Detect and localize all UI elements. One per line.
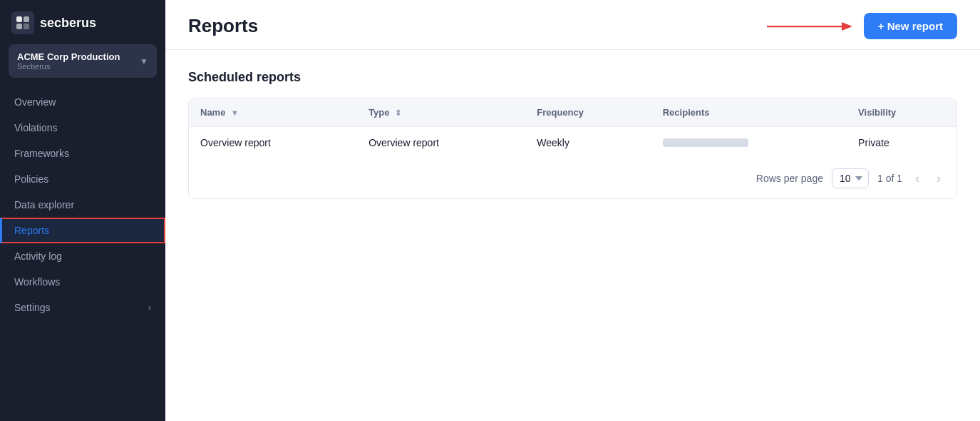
sidebar-item-label: Violations (14, 122, 57, 133)
pagination: Rows per page 10 5 25 50 1 of 1 ‹ › (189, 158, 956, 198)
next-page-button[interactable]: › (932, 170, 945, 188)
sidebar-item-label: Workflows (14, 276, 60, 288)
workspace-sub: Secberus (17, 62, 120, 71)
table-header: Name ▼ Type ⇕ Frequency Recipients Visib… (189, 98, 956, 127)
table-body: Overview report Overview report Weekly P… (189, 127, 956, 159)
table-header-row: Name ▼ Type ⇕ Frequency Recipients Visib… (189, 98, 956, 127)
svg-rect-3 (24, 24, 29, 29)
sidebar-item-label: Settings (14, 302, 51, 313)
sidebar-item-label: Policies (14, 173, 48, 185)
sidebar-item-label: Reports (14, 225, 49, 236)
cell-visibility: Private (847, 127, 956, 159)
workspace-name: ACME Corp Production (17, 51, 120, 62)
arrow-indicator (767, 15, 852, 38)
sort-icon-type: ⇕ (395, 108, 401, 118)
main-header: Reports + New report (165, 0, 980, 50)
header-right: + New report (767, 13, 957, 39)
sidebar-item-policies[interactable]: Policies (0, 166, 165, 192)
sidebar-item-settings[interactable]: Settings› (0, 295, 165, 320)
sidebar-item-label: Frameworks (14, 148, 69, 159)
section-title: Scheduled reports (188, 70, 957, 85)
sidebar-item-frameworks[interactable]: Frameworks (0, 141, 165, 166)
sidebar-item-violations[interactable]: Violations (0, 115, 165, 141)
col-header-type: Type ⇕ (357, 98, 525, 127)
new-report-button[interactable]: + New report (864, 13, 957, 39)
prev-page-button[interactable]: ‹ (911, 170, 924, 188)
sidebar-item-reports[interactable]: Reports (0, 218, 165, 243)
workspace-chevron-icon: ▼ (140, 56, 148, 66)
svg-rect-2 (16, 24, 22, 29)
cell-name: Overview report (189, 127, 357, 159)
rows-per-page-select[interactable]: 10 5 25 50 (832, 168, 869, 188)
logo: secberus (0, 0, 165, 44)
page-info: 1 of 1 (877, 173, 902, 184)
sidebar-item-label: Overview (14, 96, 56, 108)
col-header-visibility: Visibility (847, 98, 956, 127)
col-header-name: Name ▼ (189, 98, 357, 127)
svg-rect-0 (16, 16, 22, 22)
cell-recipients (651, 127, 847, 159)
sidebar-item-label: Data explorer (14, 199, 74, 210)
svg-rect-1 (24, 16, 29, 22)
table-row: Overview report Overview report Weekly P… (189, 127, 956, 159)
sidebar-nav: OverviewViolationsFrameworksPoliciesData… (0, 83, 165, 421)
sidebar-item-data-explorer[interactable]: Data explorer (0, 192, 165, 218)
cell-frequency: Weekly (525, 127, 651, 159)
sidebar: secberus ACME Corp Production Secberus ▼… (0, 0, 165, 421)
content-area: Scheduled reports Name ▼ Type ⇕ Frequenc… (165, 50, 980, 219)
col-header-recipients: Recipients (651, 98, 847, 127)
sidebar-item-activity-log[interactable]: Activity log (0, 243, 165, 269)
reports-table-container: Name ▼ Type ⇕ Frequency Recipients Visib… (188, 98, 957, 199)
sidebar-item-workflows[interactable]: Workflows (0, 269, 165, 295)
sort-icon-name: ▼ (231, 108, 239, 117)
logo-text: secberus (40, 16, 96, 31)
rows-per-page-label: Rows per page (756, 173, 823, 184)
workspace-selector[interactable]: ACME Corp Production Secberus ▼ (9, 44, 157, 78)
logo-icon (11, 11, 34, 34)
col-header-frequency: Frequency (525, 98, 651, 127)
cell-type: Overview report (357, 127, 525, 159)
page-title: Reports (188, 15, 258, 37)
reports-table: Name ▼ Type ⇕ Frequency Recipients Visib… (189, 98, 956, 158)
svg-marker-5 (842, 22, 852, 31)
main-content: Reports + New report Scheduled reports N… (165, 0, 980, 421)
chevron-right-icon: › (148, 303, 151, 313)
sidebar-item-overview[interactable]: Overview (0, 89, 165, 115)
sidebar-item-label: Activity log (14, 250, 62, 262)
recipients-placeholder (663, 138, 748, 147)
